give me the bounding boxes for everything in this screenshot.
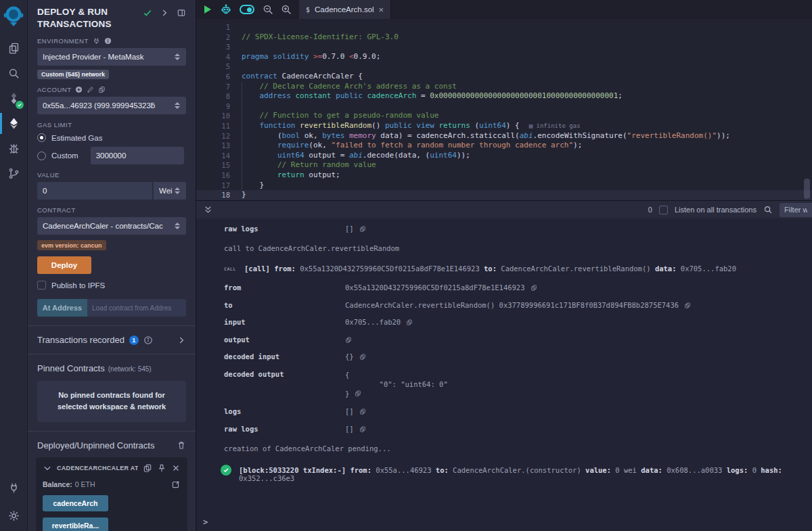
deploy-button[interactable]: Deploy <box>37 256 91 274</box>
terminal-field-value: [] <box>345 407 366 415</box>
terminal-field-label: from <box>224 283 345 292</box>
code-line: 4pragma solidity >=0.7.0 <0.9.0; <box>196 52 812 62</box>
deploy-run-icon[interactable] <box>0 111 27 136</box>
copy-icon[interactable] <box>355 390 361 397</box>
chevron-updown-icon <box>174 53 181 60</box>
close-contract-icon[interactable] <box>171 463 181 473</box>
search-icon[interactable] <box>0 61 27 86</box>
estimated-gas-label: Estimated Gas <box>51 134 102 142</box>
edit-balance-icon[interactable] <box>171 480 181 489</box>
cadence-arch-button[interactable]: cadenceArch <box>43 495 108 511</box>
code-line: 11 function revertibleRandom() public vi… <box>196 121 812 131</box>
line-number: 16 <box>196 170 230 181</box>
terminal-search-icon[interactable] <box>763 205 773 214</box>
code-line: 8 address constant public cadenceArch = … <box>196 91 812 101</box>
code-line: 18} <box>196 190 812 200</box>
copy-icon[interactable] <box>359 408 366 415</box>
trash-icon[interactable] <box>177 440 186 450</box>
edit-account-icon[interactable] <box>87 86 94 93</box>
solidity-compiler-icon[interactable] <box>0 86 27 111</box>
chevron-updown-icon <box>174 187 181 194</box>
at-address-input[interactable] <box>87 299 186 317</box>
terminal-row: raw logs[] <box>224 225 805 233</box>
tab-cadencearch-sol[interactable]: $ CadenceArch.sol × <box>299 0 391 19</box>
line-number: 9 <box>196 101 230 112</box>
chevron-right-icon[interactable] <box>177 336 186 345</box>
code-line: 9 <box>196 101 812 112</box>
transactions-recorded-row[interactable]: Transactions recorded 1 <box>37 335 186 345</box>
code-line: 13 require(ok, "failed to fetch a random… <box>196 141 812 151</box>
custom-gas-input[interactable] <box>91 147 184 164</box>
revertible-random-button[interactable]: revertibleRa... <box>43 517 108 531</box>
line-number: 10 <box>196 111 230 121</box>
copy-icon[interactable] <box>406 319 413 326</box>
transactions-info-icon[interactable] <box>143 336 153 345</box>
expand-terminal-icon[interactable] <box>203 205 213 215</box>
line-number: 18 <box>196 190 230 200</box>
plugin-manager-icon[interactable] <box>0 476 27 501</box>
file-explorer-icon[interactable] <box>0 36 27 61</box>
terminal-field-value: {} <box>345 352 366 361</box>
remix-logo[interactable] <box>3 3 24 28</box>
terminal-prompt[interactable]: > <box>203 517 208 527</box>
copy-icon[interactable] <box>684 302 691 309</box>
transactions-recorded-label: Transactions recorded <box>37 335 125 345</box>
panel-title: DEPLOY & RUN TRANSACTIONS <box>37 6 132 30</box>
publish-ipfs-checkbox[interactable] <box>37 281 46 290</box>
tab-close-icon[interactable]: × <box>379 5 384 14</box>
terminal-field-value: 0x55a1320D432759960C5Df0215a8dF78e1E1469… <box>345 283 537 292</box>
environment-info-icon[interactable] <box>104 37 112 45</box>
git-icon[interactable] <box>0 161 27 186</box>
zoom-in-icon[interactable] <box>280 3 292 16</box>
debugger-icon[interactable] <box>0 136 27 161</box>
estimated-gas-radio[interactable] <box>37 133 46 142</box>
balance-value: 0 ETH <box>75 480 95 488</box>
pin-contract-icon[interactable] <box>157 463 166 473</box>
copy-account-icon[interactable] <box>98 86 106 93</box>
line-number: 3 <box>196 42 230 52</box>
custom-gas-radio[interactable] <box>37 152 46 160</box>
line-number: 17 <box>196 181 230 191</box>
fork-state-icon[interactable] <box>93 37 100 45</box>
chevron-down-icon[interactable] <box>43 463 52 473</box>
terminal-header: 0 Listen on all transactions <box>196 200 812 218</box>
copy-icon[interactable] <box>359 425 366 433</box>
run-script-icon[interactable] <box>204 5 211 14</box>
copy-address-icon[interactable] <box>143 463 152 473</box>
code-line: 3 <box>196 42 812 52</box>
copilot-toggle[interactable] <box>240 5 254 14</box>
copy-icon[interactable] <box>345 336 352 344</box>
listen-all-checkbox[interactable] <box>659 206 668 214</box>
pin-panel-icon[interactable] <box>177 8 186 18</box>
environment-label: ENVIRONMENT <box>37 37 186 45</box>
compile-success-badge <box>16 101 24 109</box>
zoom-out-icon[interactable] <box>262 3 274 16</box>
terminal-row: creation of CadenceArchCaler pending... <box>224 444 805 453</box>
evm-version-badge: evm version: cancun <box>37 240 106 250</box>
code-editor[interactable]: 12// SPDX-License-Identifier: GPL-3.034p… <box>196 19 812 200</box>
copy-icon[interactable] <box>531 284 537 292</box>
terminal-filter-input[interactable] <box>780 203 812 217</box>
terminal-field-value: [] <box>345 225 366 233</box>
tab-label: CadenceArch.sol <box>315 5 374 14</box>
settings-icon[interactable] <box>0 503 27 528</box>
at-address-button[interactable]: At Address <box>37 299 87 317</box>
contract-select[interactable]: CadenceArchCaler - contracts/Cac <box>37 217 186 235</box>
copy-icon[interactable] <box>359 353 366 361</box>
terminal-field-label: decoded input <box>224 352 345 361</box>
terminal-row: toCadenceArchCaler.revertibleRandom() 0x… <box>224 301 805 309</box>
value-input[interactable] <box>37 182 152 200</box>
value-label: VALUE <box>37 171 186 179</box>
add-account-icon[interactable] <box>75 86 83 93</box>
ai-assistant-icon[interactable] <box>220 3 232 16</box>
account-select[interactable]: 0x55a...46923 (999.999945323ƃ <box>37 97 186 114</box>
terminal-row: decoded input{} <box>224 352 805 361</box>
code-line: 16 return output; <box>196 170 812 181</box>
terminal-field-label: to <box>224 301 345 309</box>
copy-icon[interactable] <box>359 225 366 233</box>
main-area: $ CadenceArch.sol × 12// SPDX-License-Id… <box>196 0 812 531</box>
value-unit-select[interactable]: Wei <box>154 182 186 200</box>
panel-forward-icon[interactable] <box>160 8 169 18</box>
environment-select[interactable]: Injected Provider - MetaMask <box>37 48 186 66</box>
chevron-updown-icon <box>174 102 181 109</box>
